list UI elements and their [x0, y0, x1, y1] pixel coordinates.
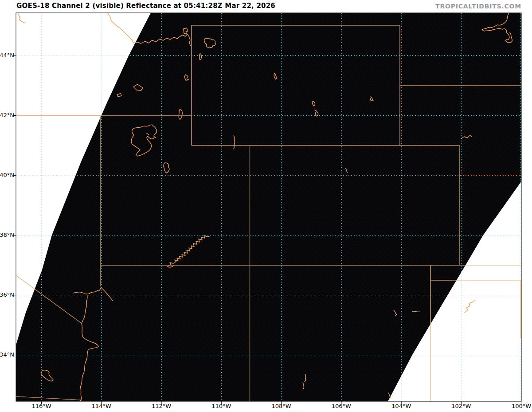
x-tick-label-106w: 106°W [332, 403, 351, 409]
x-tick-label-104w: 104°W [391, 403, 411, 409]
y-tick-label-36n: 36°N [0, 291, 14, 298]
x-tick-label-110w: 110°W [211, 403, 231, 409]
y-tick-label-40n: 40°N [0, 172, 14, 178]
x-tick-label-108w: 108°W [272, 403, 291, 409]
x-tick-label-116w: 116°W [31, 403, 51, 409]
x-tick-label-100w: 100°W [512, 403, 531, 409]
x-tick-label-102w: 102°W [451, 403, 471, 409]
satellite-map-canvas [0, 0, 532, 412]
satellite-image-viewer: GOES-18 Channel 2 (visible) Reflectance … [0, 0, 532, 412]
x-tick-label-112w: 112°W [152, 403, 171, 409]
y-tick-label-44n: 44°N [0, 52, 14, 59]
y-tick-label-34n: 34°N [0, 351, 14, 358]
y-tick-label-38n: 38°N [0, 232, 14, 238]
x-tick-label-114w: 114°W [92, 403, 111, 409]
y-axis-ticks [13, 55, 16, 355]
night-imagery-region [16, 13, 521, 401]
y-tick-label-42n: 42°N [0, 112, 14, 118]
